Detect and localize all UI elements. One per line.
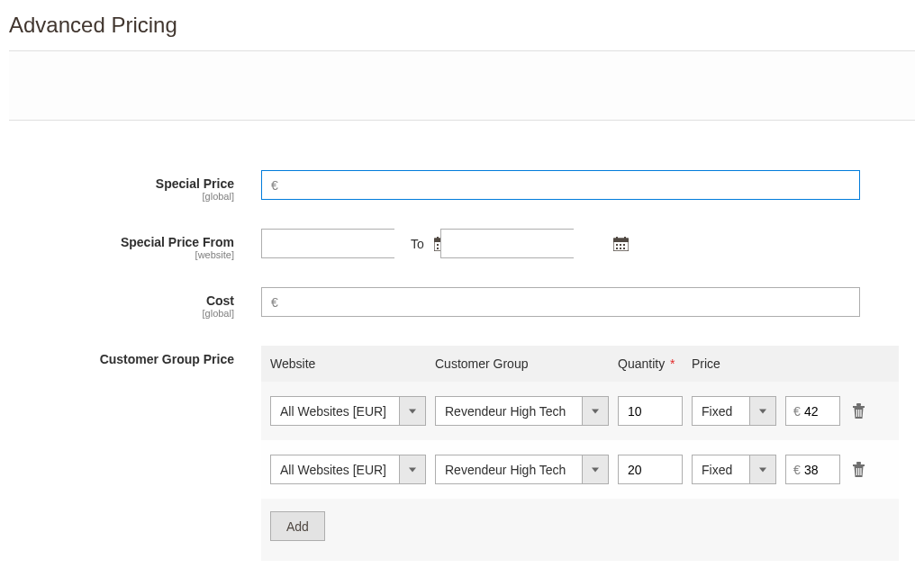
group-price-footer: Add	[261, 499, 899, 561]
price-input-wrap[interactable]: €	[785, 455, 840, 484]
header-website: Website	[270, 356, 435, 371]
cost-label-cell: Cost [global]	[9, 287, 261, 319]
svg-rect-26	[856, 462, 861, 464]
customer-group-select-value: Revendeur High Tech	[435, 396, 582, 426]
special-price-scope: [global]	[9, 191, 234, 202]
trash-icon	[852, 403, 865, 419]
header-quantity: Quantity *	[618, 356, 692, 371]
date-from-input[interactable]	[262, 230, 434, 257]
chevron-down-icon	[749, 396, 776, 426]
svg-rect-27	[856, 468, 856, 475]
date-to-wrap[interactable]	[440, 229, 574, 258]
price-type-select[interactable]: Fixed	[692, 396, 776, 426]
svg-rect-16	[623, 244, 625, 246]
svg-rect-4	[437, 244, 439, 246]
special-price-from-label: Special Price From	[121, 235, 234, 249]
price-input[interactable]	[804, 463, 839, 477]
price-cell: Fixed€	[692, 396, 840, 426]
calendar-icon[interactable]	[613, 230, 629, 257]
group-price-header: Website Customer Group Quantity * Price	[261, 346, 899, 382]
special-price-from-row: Special Price From [website]	[9, 229, 915, 260]
special-price-row: Special Price [global] €	[9, 170, 915, 202]
svg-rect-7	[437, 248, 439, 249]
empty-panel	[9, 50, 915, 121]
svg-rect-19	[623, 248, 625, 249]
svg-rect-25	[853, 464, 865, 466]
svg-rect-14	[616, 244, 618, 246]
customer-group-cell: Revendeur High Tech	[435, 396, 618, 426]
quantity-input[interactable]	[618, 396, 683, 426]
special-price-label-cell: Special Price [global]	[9, 170, 261, 202]
website-select[interactable]: All Websites [EUR]	[270, 455, 426, 484]
special-price-input[interactable]	[284, 171, 859, 199]
customer-group-price-row: Customer Group Price Website Customer Gr…	[9, 346, 915, 561]
price-type-select[interactable]: Fixed	[692, 455, 776, 484]
quantity-input[interactable]	[618, 455, 683, 484]
svg-rect-18	[620, 248, 621, 249]
quantity-cell	[618, 455, 692, 484]
header-action	[840, 356, 876, 371]
customer-group-price-label: Customer Group Price	[100, 352, 234, 366]
customer-group-select[interactable]: Revendeur High Tech	[435, 455, 609, 484]
svg-rect-11	[613, 239, 629, 242]
date-from-wrap[interactable]	[261, 229, 394, 258]
website-select[interactable]: All Websites [EUR]	[270, 396, 426, 426]
svg-rect-13	[624, 237, 626, 240]
form-container: Special Price [global] € Special Price F…	[0, 170, 924, 561]
special-price-from-label-cell: Special Price From [website]	[9, 229, 261, 260]
page-title: Advanced Pricing	[0, 0, 924, 50]
currency-symbol: €	[266, 295, 284, 310]
special-price-label: Special Price	[156, 176, 234, 191]
header-customer-group: Customer Group	[435, 356, 618, 371]
svg-rect-12	[616, 237, 618, 240]
cost-input-wrap[interactable]: €	[261, 287, 860, 317]
cost-input[interactable]	[284, 288, 859, 316]
header-quantity-text: Quantity	[618, 356, 665, 371]
price-type-value: Fixed	[692, 396, 749, 426]
date-to-input[interactable]	[441, 230, 613, 257]
customer-group-price-label-cell: Customer Group Price	[9, 346, 261, 366]
special-price-input-wrap[interactable]: €	[261, 170, 860, 200]
chevron-down-icon	[582, 396, 609, 426]
website-cell: All Websites [EUR]	[270, 396, 435, 426]
special-price-from-content: To	[261, 229, 915, 258]
svg-rect-28	[858, 468, 859, 475]
cost-scope: [global]	[9, 308, 234, 319]
svg-rect-15	[620, 244, 621, 246]
svg-rect-21	[856, 403, 861, 406]
add-button[interactable]: Add	[270, 511, 325, 541]
customer-group-price-content: Website Customer Group Quantity * Price …	[261, 346, 915, 561]
currency-symbol: €	[790, 463, 804, 477]
special-price-from-scope: [website]	[9, 249, 234, 260]
svg-rect-20	[853, 406, 865, 408]
header-price: Price	[692, 356, 840, 371]
svg-rect-29	[860, 468, 861, 475]
special-price-content: €	[261, 170, 915, 200]
chevron-down-icon	[749, 455, 776, 484]
cost-row: Cost [global] €	[9, 287, 915, 319]
customer-group-select[interactable]: Revendeur High Tech	[435, 396, 609, 426]
chevron-down-icon	[399, 455, 426, 484]
website-cell: All Websites [EUR]	[270, 455, 435, 484]
price-input-wrap[interactable]: €	[785, 396, 840, 426]
svg-rect-22	[856, 410, 856, 417]
delete-row-button[interactable]	[840, 403, 876, 419]
svg-rect-24	[860, 410, 861, 417]
quantity-cell	[618, 396, 692, 426]
date-range: To	[261, 229, 915, 258]
price-input[interactable]	[804, 404, 839, 419]
group-price-table: Website Customer Group Quantity * Price …	[261, 346, 899, 561]
chevron-down-icon	[582, 455, 609, 484]
required-mark: *	[670, 356, 675, 371]
svg-rect-23	[858, 410, 859, 417]
price-type-value: Fixed	[692, 455, 749, 484]
customer-group-cell: Revendeur High Tech	[435, 455, 618, 484]
cost-label: Cost	[206, 293, 234, 308]
website-select-value: All Websites [EUR]	[270, 455, 399, 484]
customer-group-select-value: Revendeur High Tech	[435, 455, 582, 484]
website-select-value: All Websites [EUR]	[270, 396, 399, 426]
group-price-row: All Websites [EUR]Revendeur High TechFix…	[261, 382, 899, 440]
delete-row-button[interactable]	[840, 462, 876, 477]
trash-icon	[852, 462, 865, 477]
group-price-row: All Websites [EUR]Revendeur High TechFix…	[261, 440, 899, 499]
